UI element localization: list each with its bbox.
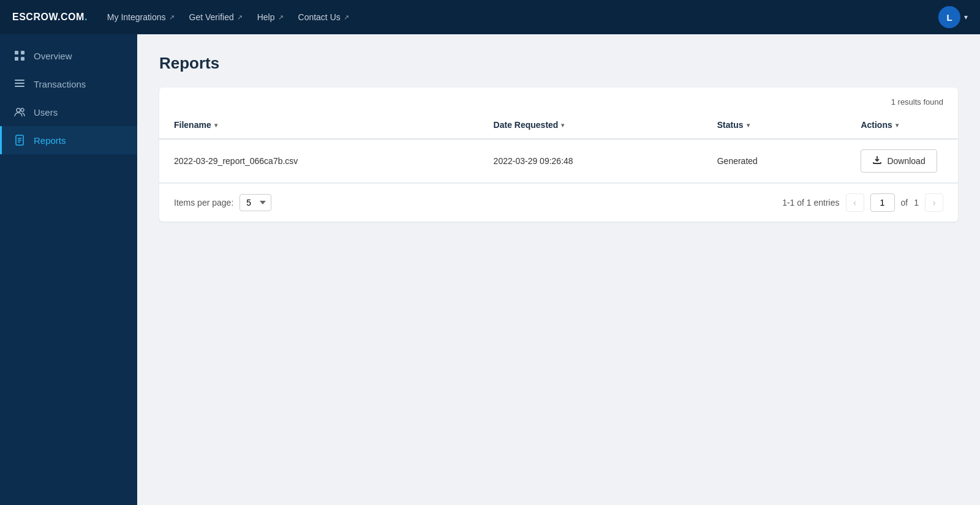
sidebar-item-label: Overview [34, 51, 72, 61]
svg-rect-2 [15, 57, 18, 61]
per-page-select[interactable]: 5 10 25 50 [239, 194, 271, 211]
app-body: Overview Transactions Users [0, 34, 980, 505]
pagination-right: 1-1 of 1 entries ‹ of 1 › [782, 193, 943, 212]
avatar: L [938, 6, 960, 28]
download-label: Download [887, 156, 925, 166]
svg-rect-5 [15, 83, 24, 84]
main-content: Reports 1 results found Filename ▾ [137, 34, 980, 505]
results-count: 1 results found [891, 97, 943, 107]
cell-filename: 2022-03-29_report_066ca7b.csv [159, 139, 479, 183]
svg-rect-1 [21, 51, 24, 54]
cell-status: Generated [703, 139, 846, 183]
col-header-filename[interactable]: Filename ▾ [159, 111, 479, 139]
svg-rect-3 [21, 57, 24, 61]
topnav-link-contact[interactable]: Contact Us ↗ [298, 12, 349, 22]
sidebar-item-users[interactable]: Users [0, 98, 137, 126]
items-per-page: Items per page: 5 10 25 50 [174, 194, 271, 211]
svg-rect-6 [15, 86, 24, 87]
sort-icon: ▾ [214, 122, 217, 129]
sidebar-item-label: Users [34, 107, 58, 118]
sort-icon: ▾ [895, 122, 899, 129]
chevron-down-icon: ▾ [964, 13, 968, 21]
cell-date: 2022-03-29 09:26:48 [479, 139, 703, 183]
topnav-user-menu[interactable]: L ▾ [938, 6, 968, 28]
sidebar-item-reports[interactable]: Reports [0, 126, 137, 154]
of-label: of [901, 198, 908, 208]
topnav-link-help[interactable]: Help ↗ [257, 12, 284, 22]
prev-page-button[interactable]: ‹ [846, 193, 864, 212]
table-body: 2022-03-29_report_066ca7b.csv 2022-03-29… [159, 139, 958, 183]
svg-rect-0 [15, 51, 18, 54]
topnav: ESCROW.COM. My Integrations ↗ Get Verifi… [0, 0, 980, 34]
items-per-page-label: Items per page: [174, 198, 233, 208]
grid-icon [14, 50, 25, 61]
table-header: Filename ▾ Date Requested ▾ [159, 111, 958, 139]
list-icon [14, 78, 25, 89]
sidebar: Overview Transactions Users [0, 34, 137, 505]
page-number-input[interactable] [870, 193, 895, 212]
external-link-icon: ↗ [344, 13, 349, 21]
col-header-status[interactable]: Status ▾ [703, 111, 846, 139]
external-link-icon: ↗ [237, 13, 243, 21]
document-icon [14, 135, 25, 146]
reports-card: 1 results found Filename ▾ Date R [159, 88, 958, 222]
topnav-links: My Integrations ↗ Get Verified ↗ Help ↗ … [107, 12, 919, 22]
download-button[interactable]: Download [861, 149, 937, 173]
sort-icon: ▾ [747, 122, 750, 129]
brand-dot: . [85, 12, 88, 22]
sidebar-item-label: Transactions [34, 79, 86, 89]
svg-point-8 [21, 108, 24, 111]
col-header-date[interactable]: Date Requested ▾ [479, 111, 703, 139]
topnav-link-integrations[interactable]: My Integrations ↗ [107, 12, 175, 22]
svg-point-7 [17, 108, 20, 112]
download-icon [872, 155, 882, 167]
sort-icon: ▾ [561, 122, 564, 129]
users-icon [14, 107, 25, 118]
sidebar-item-label: Reports [34, 135, 66, 146]
cell-actions: Download [846, 139, 958, 183]
sidebar-item-overview[interactable]: Overview [0, 42, 137, 70]
reports-table: Filename ▾ Date Requested ▾ [159, 111, 958, 183]
page-title: Reports [159, 54, 958, 73]
external-link-icon: ↗ [169, 13, 175, 21]
sidebar-item-transactions[interactable]: Transactions [0, 70, 137, 98]
external-link-icon: ↗ [278, 13, 284, 21]
results-bar: 1 results found [159, 88, 958, 111]
next-page-button[interactable]: › [925, 193, 943, 212]
brand-logo: ESCROW.COM. [12, 12, 88, 23]
svg-rect-4 [15, 80, 24, 81]
entries-summary: 1-1 of 1 entries [782, 198, 839, 208]
col-header-actions[interactable]: Actions ▾ [846, 111, 958, 139]
topnav-link-verified[interactable]: Get Verified ↗ [189, 12, 243, 22]
table-row: 2022-03-29_report_066ca7b.csv 2022-03-29… [159, 139, 958, 183]
pagination-bar: Items per page: 5 10 25 50 1-1 of 1 entr… [159, 183, 958, 222]
total-pages: 1 [914, 198, 919, 208]
